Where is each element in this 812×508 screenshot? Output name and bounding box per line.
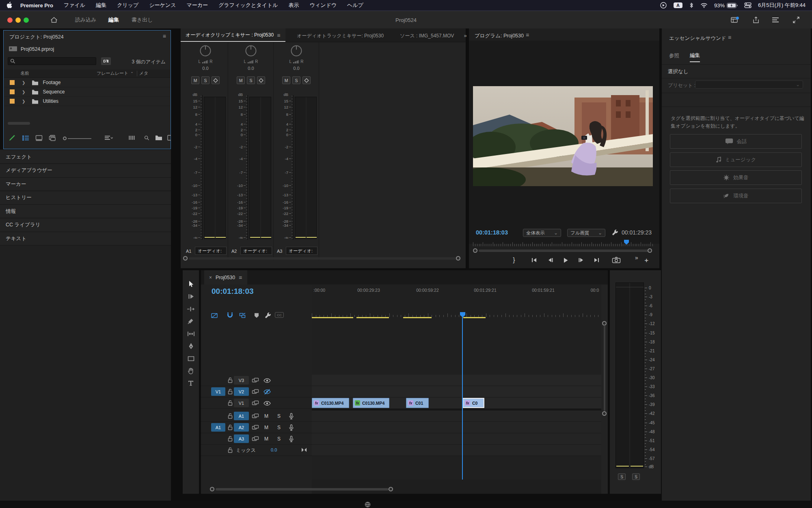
program-timecode[interactable]: 00:01:18:03 bbox=[476, 229, 508, 236]
project-hscrollbar[interactable] bbox=[8, 122, 30, 125]
audio-type-button-4[interactable]: 環境音 bbox=[670, 189, 802, 203]
zoom-level-dropdown[interactable]: 全体表示⌄ bbox=[523, 229, 561, 237]
mute-track-button[interactable]: M bbox=[262, 412, 271, 420]
voiceover-record-icon[interactable] bbox=[287, 423, 296, 432]
tool-pen[interactable] bbox=[186, 341, 196, 351]
chevron-right-icon[interactable]: ❯ bbox=[22, 90, 25, 94]
quick-menu-icon[interactable] bbox=[771, 15, 780, 24]
menubar-item[interactable]: シーケンス bbox=[144, 2, 181, 9]
tool-selection[interactable] bbox=[186, 279, 196, 289]
tab-browse[interactable]: 参照 bbox=[669, 52, 679, 62]
control-center-icon[interactable] bbox=[744, 2, 752, 8]
menubar-item[interactable]: ファイル bbox=[58, 2, 91, 9]
timeline-clip[interactable]: fxC01 bbox=[406, 398, 429, 408]
mixer-tab-3[interactable]: ソース : IMG_5457.MOV bbox=[395, 29, 459, 42]
step-back-button[interactable] bbox=[545, 255, 556, 265]
preset-dropdown[interactable]: ⌄ bbox=[695, 80, 803, 89]
track-target-V1[interactable]: V1 bbox=[234, 399, 249, 407]
timeline-hscrollbar[interactable] bbox=[216, 488, 389, 491]
zoom-slider-handle[interactable] bbox=[63, 137, 67, 140]
workspace-tab-2[interactable]: 編集 bbox=[108, 11, 119, 29]
pan-value[interactable]: 0.0 bbox=[274, 66, 319, 71]
audio-track-lane-A3[interactable] bbox=[312, 433, 601, 445]
lock-icon[interactable] bbox=[227, 387, 233, 396]
panel-menu-icon[interactable]: ≡ bbox=[277, 32, 281, 39]
solo-button[interactable]: S bbox=[247, 76, 255, 84]
menubar-item[interactable]: ウィンドウ bbox=[304, 2, 342, 9]
timeline-hscroll-right-handle[interactable] bbox=[389, 487, 393, 491]
track-target-A1[interactable]: A1 bbox=[234, 412, 249, 420]
keyframe-nav-icon[interactable] bbox=[301, 447, 307, 453]
project-column-headers[interactable]: 名前 フレームレート ⌃ メタ bbox=[4, 69, 170, 78]
mixer-tab-1[interactable]: オーディオクリップミキサー : Proj0530≡ bbox=[181, 28, 285, 42]
left-panel-4[interactable]: ヒストリー bbox=[0, 191, 171, 205]
button-editor-button[interactable]: ＋ bbox=[641, 255, 652, 265]
label-color-swatch[interactable] bbox=[10, 89, 15, 94]
pan-knob[interactable] bbox=[245, 45, 257, 57]
tool-ripple-edit[interactable] bbox=[186, 304, 196, 314]
chevron-right-icon[interactable]: ❯ bbox=[22, 80, 25, 85]
sync-lock-icon[interactable] bbox=[251, 399, 260, 407]
mute-track-button[interactable]: M bbox=[262, 434, 271, 443]
timeline-timecode[interactable]: 00:01:18:03 bbox=[212, 287, 254, 296]
minimize-window-button[interactable] bbox=[15, 17, 21, 23]
pan-knob[interactable] bbox=[199, 45, 212, 57]
add-marker-button[interactable] bbox=[252, 311, 261, 319]
battery-indicator[interactable]: 93% bbox=[714, 2, 738, 9]
menubar-item[interactable]: マーカー bbox=[181, 2, 214, 9]
source-patch-A2[interactable]: A1 bbox=[211, 423, 225, 432]
audio-track-lane-A1[interactable] bbox=[312, 410, 601, 422]
tool-slip[interactable] bbox=[186, 329, 196, 339]
track-output-off-icon[interactable] bbox=[262, 388, 272, 396]
transport-overflow-icon[interactable]: » bbox=[631, 253, 642, 263]
sync-lock-icon[interactable] bbox=[251, 376, 260, 384]
toggle-track-output-icon[interactable] bbox=[262, 376, 272, 384]
input-source-badge[interactable]: A bbox=[674, 2, 682, 8]
project-breadcrumb[interactable]: Proj0524.prproj bbox=[21, 46, 54, 52]
timeline-hscroll-left-handle[interactable] bbox=[210, 487, 214, 491]
tool-hand[interactable] bbox=[186, 366, 196, 376]
panel-menu-icon[interactable]: ≡ bbox=[163, 33, 166, 39]
wifi-icon[interactable] bbox=[700, 3, 708, 8]
close-icon[interactable]: × bbox=[209, 275, 212, 280]
left-panel-6[interactable]: CC ライブラリ bbox=[0, 219, 171, 232]
play-button[interactable] bbox=[560, 255, 571, 265]
playhead-line[interactable] bbox=[462, 317, 463, 480]
timeline-clip[interactable]: fxC0130.MP4 bbox=[312, 398, 349, 408]
toggle-track-output-icon[interactable] bbox=[262, 399, 272, 407]
mixer-hscroll-handle-left[interactable] bbox=[183, 256, 188, 261]
icon-view-button[interactable] bbox=[35, 134, 43, 142]
audio-type-button-2[interactable]: ミュージック bbox=[670, 152, 802, 167]
settings-wrench-icon[interactable] bbox=[611, 228, 619, 237]
solo-button[interactable]: S bbox=[201, 76, 209, 84]
linked-selection-icon[interactable] bbox=[238, 311, 247, 319]
label-color-swatch[interactable] bbox=[10, 80, 15, 85]
timeline-content[interactable]: :00:0000:00:29:2300:00:59:2200:01:29:210… bbox=[312, 284, 601, 480]
track-target-A3[interactable]: A3 bbox=[234, 434, 249, 443]
menubar-item[interactable]: クリップ bbox=[112, 2, 144, 9]
label-color-swatch[interactable] bbox=[10, 99, 15, 104]
video-track-lane-V2[interactable] bbox=[312, 386, 601, 397]
solo-track-button[interactable]: S bbox=[274, 412, 283, 420]
track-target-A2[interactable]: A2 bbox=[234, 423, 249, 432]
sync-lock-icon[interactable] bbox=[251, 388, 260, 396]
audio-type-button-1[interactable]: 会話 bbox=[670, 134, 802, 149]
search-input[interactable] bbox=[17, 59, 90, 64]
solo-track-button[interactable]: S bbox=[274, 434, 283, 443]
left-panel-1[interactable]: エフェクト bbox=[0, 150, 171, 164]
apple-icon[interactable] bbox=[6, 2, 13, 9]
voiceover-record-icon[interactable] bbox=[287, 435, 296, 443]
step-forward-button[interactable] bbox=[576, 255, 586, 265]
tool-razor[interactable] bbox=[186, 317, 196, 326]
panel-menu-icon[interactable]: ≡ bbox=[728, 34, 732, 41]
go-to-out-button[interactable] bbox=[591, 255, 602, 265]
menubar-datetime[interactable]: 6月5日(月) 午前9:44 bbox=[758, 2, 806, 9]
solo-track-button[interactable]: S bbox=[274, 423, 283, 432]
go-to-in-button[interactable] bbox=[529, 255, 540, 265]
fader-track[interactable] bbox=[202, 95, 203, 240]
left-panel-5[interactable]: 情報 bbox=[0, 205, 171, 218]
timeline-clip[interactable]: fxC0 bbox=[462, 398, 484, 408]
timeline-ruler[interactable]: :00:0000:00:29:2300:00:59:2200:01:29:210… bbox=[312, 284, 601, 318]
mark-icon[interactable]: } bbox=[509, 255, 519, 265]
nest-toggle-icon[interactable] bbox=[210, 311, 219, 319]
